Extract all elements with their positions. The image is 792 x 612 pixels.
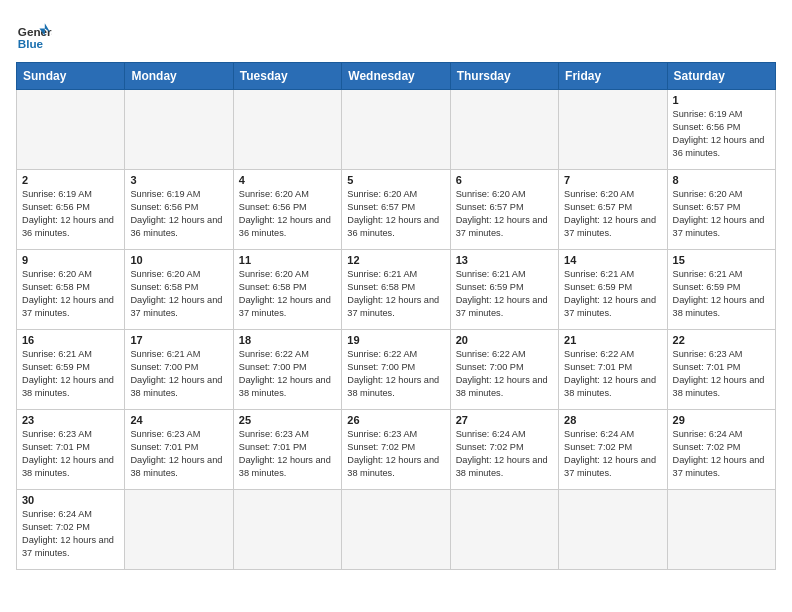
day-info: Sunrise: 6:24 AM Sunset: 7:02 PM Dayligh… <box>564 428 661 480</box>
calendar-cell <box>450 490 558 570</box>
logo-icon: General Blue <box>16 16 52 52</box>
calendar-cell: 23Sunrise: 6:23 AM Sunset: 7:01 PM Dayli… <box>17 410 125 490</box>
day-number: 30 <box>22 494 119 506</box>
svg-text:Blue: Blue <box>18 37 44 50</box>
day-number: 5 <box>347 174 444 186</box>
day-number: 12 <box>347 254 444 266</box>
day-info: Sunrise: 6:20 AM Sunset: 6:58 PM Dayligh… <box>130 268 227 320</box>
day-number: 11 <box>239 254 336 266</box>
calendar-cell: 28Sunrise: 6:24 AM Sunset: 7:02 PM Dayli… <box>559 410 667 490</box>
weekday-header-friday: Friday <box>559 63 667 90</box>
logo: General Blue <box>16 16 52 52</box>
calendar-cell: 30Sunrise: 6:24 AM Sunset: 7:02 PM Dayli… <box>17 490 125 570</box>
calendar-cell: 9Sunrise: 6:20 AM Sunset: 6:58 PM Daylig… <box>17 250 125 330</box>
calendar-cell: 14Sunrise: 6:21 AM Sunset: 6:59 PM Dayli… <box>559 250 667 330</box>
day-number: 27 <box>456 414 553 426</box>
day-info: Sunrise: 6:21 AM Sunset: 6:58 PM Dayligh… <box>347 268 444 320</box>
day-info: Sunrise: 6:21 AM Sunset: 6:59 PM Dayligh… <box>673 268 770 320</box>
day-info: Sunrise: 6:21 AM Sunset: 6:59 PM Dayligh… <box>456 268 553 320</box>
day-number: 25 <box>239 414 336 426</box>
calendar-cell: 3Sunrise: 6:19 AM Sunset: 6:56 PM Daylig… <box>125 170 233 250</box>
calendar-cell: 10Sunrise: 6:20 AM Sunset: 6:58 PM Dayli… <box>125 250 233 330</box>
day-info: Sunrise: 6:21 AM Sunset: 6:59 PM Dayligh… <box>564 268 661 320</box>
calendar-cell: 21Sunrise: 6:22 AM Sunset: 7:01 PM Dayli… <box>559 330 667 410</box>
day-info: Sunrise: 6:22 AM Sunset: 7:00 PM Dayligh… <box>347 348 444 400</box>
day-info: Sunrise: 6:20 AM Sunset: 6:57 PM Dayligh… <box>347 188 444 240</box>
calendar-cell: 8Sunrise: 6:20 AM Sunset: 6:57 PM Daylig… <box>667 170 775 250</box>
day-info: Sunrise: 6:19 AM Sunset: 6:56 PM Dayligh… <box>130 188 227 240</box>
day-info: Sunrise: 6:24 AM Sunset: 7:02 PM Dayligh… <box>673 428 770 480</box>
day-info: Sunrise: 6:20 AM Sunset: 6:58 PM Dayligh… <box>22 268 119 320</box>
day-info: Sunrise: 6:19 AM Sunset: 6:56 PM Dayligh… <box>22 188 119 240</box>
day-number: 13 <box>456 254 553 266</box>
calendar-cell <box>667 490 775 570</box>
day-number: 14 <box>564 254 661 266</box>
calendar-cell: 12Sunrise: 6:21 AM Sunset: 6:58 PM Dayli… <box>342 250 450 330</box>
calendar-cell: 17Sunrise: 6:21 AM Sunset: 7:00 PM Dayli… <box>125 330 233 410</box>
day-number: 18 <box>239 334 336 346</box>
day-number: 3 <box>130 174 227 186</box>
day-number: 20 <box>456 334 553 346</box>
day-info: Sunrise: 6:21 AM Sunset: 6:59 PM Dayligh… <box>22 348 119 400</box>
day-number: 9 <box>22 254 119 266</box>
weekday-header-monday: Monday <box>125 63 233 90</box>
calendar-cell: 16Sunrise: 6:21 AM Sunset: 6:59 PM Dayli… <box>17 330 125 410</box>
calendar-cell <box>559 90 667 170</box>
day-info: Sunrise: 6:23 AM Sunset: 7:01 PM Dayligh… <box>239 428 336 480</box>
calendar-cell: 29Sunrise: 6:24 AM Sunset: 7:02 PM Dayli… <box>667 410 775 490</box>
day-info: Sunrise: 6:22 AM Sunset: 7:01 PM Dayligh… <box>564 348 661 400</box>
day-number: 7 <box>564 174 661 186</box>
day-number: 19 <box>347 334 444 346</box>
calendar-cell: 2Sunrise: 6:19 AM Sunset: 6:56 PM Daylig… <box>17 170 125 250</box>
calendar-cell: 6Sunrise: 6:20 AM Sunset: 6:57 PM Daylig… <box>450 170 558 250</box>
calendar-cell: 13Sunrise: 6:21 AM Sunset: 6:59 PM Dayli… <box>450 250 558 330</box>
day-info: Sunrise: 6:20 AM Sunset: 6:57 PM Dayligh… <box>564 188 661 240</box>
day-number: 4 <box>239 174 336 186</box>
page-header: General Blue <box>16 16 776 52</box>
weekday-header-tuesday: Tuesday <box>233 63 341 90</box>
calendar-cell: 18Sunrise: 6:22 AM Sunset: 7:00 PM Dayli… <box>233 330 341 410</box>
day-number: 15 <box>673 254 770 266</box>
weekday-header-sunday: Sunday <box>17 63 125 90</box>
day-number: 16 <box>22 334 119 346</box>
weekday-header-thursday: Thursday <box>450 63 558 90</box>
weekday-header-saturday: Saturday <box>667 63 775 90</box>
calendar-cell: 5Sunrise: 6:20 AM Sunset: 6:57 PM Daylig… <box>342 170 450 250</box>
day-number: 24 <box>130 414 227 426</box>
calendar-cell: 1Sunrise: 6:19 AM Sunset: 6:56 PM Daylig… <box>667 90 775 170</box>
day-info: Sunrise: 6:20 AM Sunset: 6:58 PM Dayligh… <box>239 268 336 320</box>
calendar-cell <box>342 90 450 170</box>
calendar-cell <box>125 90 233 170</box>
calendar-cell: 11Sunrise: 6:20 AM Sunset: 6:58 PM Dayli… <box>233 250 341 330</box>
day-info: Sunrise: 6:23 AM Sunset: 7:01 PM Dayligh… <box>22 428 119 480</box>
day-info: Sunrise: 6:24 AM Sunset: 7:02 PM Dayligh… <box>22 508 119 560</box>
calendar-cell: 19Sunrise: 6:22 AM Sunset: 7:00 PM Dayli… <box>342 330 450 410</box>
day-number: 23 <box>22 414 119 426</box>
calendar-cell: 4Sunrise: 6:20 AM Sunset: 6:56 PM Daylig… <box>233 170 341 250</box>
calendar-cell <box>17 90 125 170</box>
day-number: 1 <box>673 94 770 106</box>
day-info: Sunrise: 6:19 AM Sunset: 6:56 PM Dayligh… <box>673 108 770 160</box>
day-info: Sunrise: 6:22 AM Sunset: 7:00 PM Dayligh… <box>239 348 336 400</box>
day-info: Sunrise: 6:23 AM Sunset: 7:02 PM Dayligh… <box>347 428 444 480</box>
day-number: 29 <box>673 414 770 426</box>
day-number: 26 <box>347 414 444 426</box>
calendar-cell: 22Sunrise: 6:23 AM Sunset: 7:01 PM Dayli… <box>667 330 775 410</box>
day-info: Sunrise: 6:20 AM Sunset: 6:57 PM Dayligh… <box>456 188 553 240</box>
day-info: Sunrise: 6:23 AM Sunset: 7:01 PM Dayligh… <box>673 348 770 400</box>
calendar-cell: 15Sunrise: 6:21 AM Sunset: 6:59 PM Dayli… <box>667 250 775 330</box>
day-number: 2 <box>22 174 119 186</box>
day-number: 6 <box>456 174 553 186</box>
calendar-cell: 27Sunrise: 6:24 AM Sunset: 7:02 PM Dayli… <box>450 410 558 490</box>
day-info: Sunrise: 6:20 AM Sunset: 6:56 PM Dayligh… <box>239 188 336 240</box>
day-number: 10 <box>130 254 227 266</box>
weekday-header-wednesday: Wednesday <box>342 63 450 90</box>
calendar-cell <box>342 490 450 570</box>
day-info: Sunrise: 6:22 AM Sunset: 7:00 PM Dayligh… <box>456 348 553 400</box>
day-number: 22 <box>673 334 770 346</box>
day-number: 8 <box>673 174 770 186</box>
day-info: Sunrise: 6:24 AM Sunset: 7:02 PM Dayligh… <box>456 428 553 480</box>
day-info: Sunrise: 6:20 AM Sunset: 6:57 PM Dayligh… <box>673 188 770 240</box>
calendar-cell: 25Sunrise: 6:23 AM Sunset: 7:01 PM Dayli… <box>233 410 341 490</box>
calendar-cell: 24Sunrise: 6:23 AM Sunset: 7:01 PM Dayli… <box>125 410 233 490</box>
